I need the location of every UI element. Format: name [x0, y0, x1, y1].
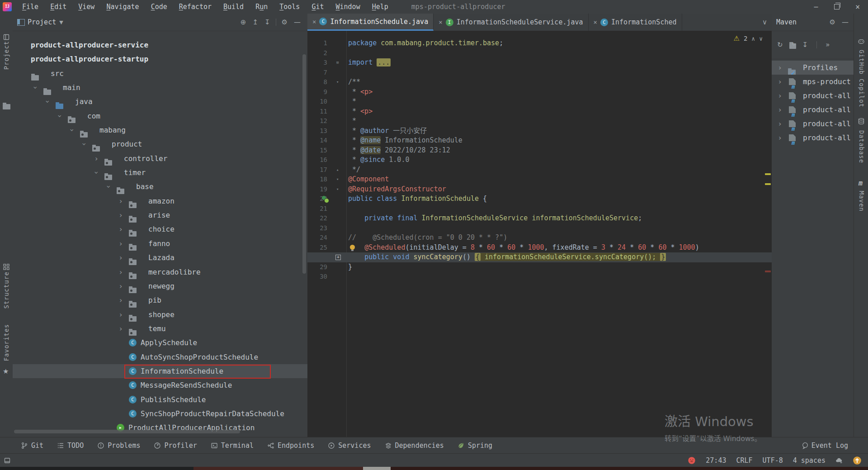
tree-item-product-allproducer-startup[interactable]: product-allproducer-startup	[13, 52, 307, 66]
menu-run[interactable]: Run	[250, 3, 274, 11]
code-line-17[interactable]: 17▴ */	[307, 165, 764, 175]
maven-item-product-all[interactable]: ›mproduct-all	[772, 117, 854, 131]
caret-position[interactable]: 27:43	[706, 456, 726, 465]
sidebar-item-structure[interactable]: Structure	[3, 271, 10, 309]
gear-icon[interactable]: ⚙	[278, 18, 291, 26]
chevron-down-icon[interactable]: ›	[89, 169, 103, 176]
tree-item-pib[interactable]: ›pib	[13, 293, 307, 307]
notification-icon[interactable]	[853, 456, 862, 465]
plugin-pig-icon[interactable]	[688, 456, 696, 465]
chevron-right-icon[interactable]: ›	[117, 322, 124, 336]
chevron-down-icon[interactable]: ▼	[56, 19, 66, 25]
toolwindow-button-todo[interactable]: TODO	[57, 442, 84, 450]
chevron-right-icon[interactable]: ›	[117, 293, 124, 307]
tree-item-choice[interactable]: ›choice	[13, 222, 307, 236]
warning-stripe-mark[interactable]	[765, 271, 771, 272]
code-lines[interactable]: 1package com.mabang.product.timer.base;2…	[307, 31, 764, 282]
code-line-25[interactable]: 25 @Scheduled(initialDelay = 8 * 60 * 60…	[307, 243, 764, 253]
menu-help[interactable]: Help	[366, 3, 394, 11]
next-warning-icon[interactable]: ∨	[759, 35, 763, 42]
tree-item-mabang[interactable]: ›mabang	[13, 123, 307, 137]
code-line[interactable]: + public void syncCategory() { informati…	[307, 252, 764, 262]
generate-sources-icon[interactable]: ↻	[789, 41, 796, 49]
hide-panel-icon[interactable]: —	[839, 18, 852, 26]
tree-item-newegg[interactable]: ›newegg	[13, 279, 307, 293]
menu-code[interactable]: Code	[145, 3, 173, 11]
chevron-down-icon[interactable]: ›	[65, 127, 79, 134]
menu-file[interactable]: File	[16, 3, 44, 11]
menu-git[interactable]: Git	[306, 3, 330, 11]
tree-item-arise[interactable]: ›arise	[13, 208, 307, 222]
code-line-1[interactable]: 1package com.mabang.product.timer.base;	[307, 38, 764, 48]
fold-marker-icon[interactable]: ▾	[336, 185, 339, 195]
chevron-right-icon[interactable]: ›	[117, 279, 124, 293]
menu-view[interactable]: View	[72, 3, 100, 11]
code-line-30[interactable]: 30	[307, 272, 764, 282]
code-line-18[interactable]: 18▾@Component	[307, 175, 764, 185]
chevron-right-icon[interactable]: ›	[776, 103, 783, 117]
code-line-16[interactable]: 16 * @since 1.0.0	[307, 155, 764, 165]
chevron-right-icon[interactable]: ›	[117, 208, 124, 222]
code-line-12[interactable]: 12 *	[307, 116, 764, 126]
menu-tools[interactable]: Tools	[274, 3, 306, 11]
maven-item-product-all[interactable]: ›mproduct-all	[772, 89, 854, 103]
chevron-down-icon[interactable]: ›	[101, 183, 115, 190]
project-tool-icon[interactable]	[3, 33, 10, 41]
chevron-right-icon[interactable]: ›	[776, 89, 783, 103]
maven-item-product-all[interactable]: ›mproduct-all	[772, 103, 854, 117]
sidebar-item-favorites[interactable]: Favorites	[3, 324, 10, 361]
collapse-all-icon[interactable]: ↧	[261, 18, 274, 26]
editor-tab-informationsched[interactable]: ×CInformationSched	[589, 14, 682, 31]
restore-button[interactable]	[826, 0, 847, 14]
database-icon[interactable]	[858, 117, 865, 125]
tree-item-publishschedule[interactable]: CPublishSchedule	[13, 393, 307, 407]
chevron-right-icon[interactable]: ›	[776, 117, 783, 131]
sidebar-item-github-copilot[interactable]: GitHub Copilot	[858, 50, 865, 108]
code-line-14[interactable]: 14 * @name InformationSchedule	[307, 136, 764, 146]
tree-item-amazon[interactable]: ›amazon	[13, 194, 307, 208]
minimize-button[interactable]: —	[806, 0, 826, 14]
maven-stripe-icon[interactable]: m	[859, 179, 863, 187]
code-line-15[interactable]: 15 * @date 2022/10/28 23:12	[307, 146, 764, 156]
editor-tab-informationschedule-java[interactable]: ×CInformationSchedule.java	[307, 14, 434, 31]
fold-marker-icon[interactable]: ▴	[336, 165, 339, 175]
chevron-right-icon[interactable]: ›	[117, 194, 124, 208]
structure-tool-icon[interactable]	[3, 262, 10, 271]
chevron-right-icon[interactable]: ›	[776, 75, 783, 89]
tree-item-messageresendschedule[interactable]: CMessageReSendSchedule	[13, 378, 307, 392]
file-encoding[interactable]: UTF-8	[763, 456, 783, 465]
tree-item-syncshopproductrepairdataschedule[interactable]: CSyncShopProductRepairDataSchedule	[13, 407, 307, 421]
locate-file-icon[interactable]: ⊕	[237, 18, 250, 26]
code-line-11[interactable]: 11 * <p>	[307, 107, 764, 117]
chevron-right-icon[interactable]: ›	[93, 152, 100, 166]
chevron-right-icon[interactable]: ›	[117, 222, 124, 236]
code-line-20[interactable]: 20public class InformationSchedule {	[307, 194, 764, 204]
code-line-21[interactable]: 21	[307, 204, 764, 214]
tree-item-autosyncshopproductschedule[interactable]: CAutoSyncShopProductSchedule	[13, 350, 307, 364]
code-line-10[interactable]: 10 *	[307, 97, 764, 107]
menu-window[interactable]: Window	[330, 3, 366, 11]
toolwindow-button-profiler[interactable]: Profiler	[154, 442, 197, 450]
close-tab-icon[interactable]: ×	[439, 19, 442, 26]
menu-build[interactable]: Build	[217, 3, 250, 11]
help-cloud-icon[interactable]: ?	[835, 456, 843, 465]
code-line-13[interactable]: 13 * @author 一只小安仔	[307, 126, 764, 136]
chevron-down-icon[interactable]: ›	[28, 84, 42, 91]
tree-item-applyschedule[interactable]: CApplySchedule	[13, 336, 307, 350]
tree-item-lazada[interactable]: ›Lazada	[13, 251, 307, 265]
code-line-2[interactable]: 2	[307, 48, 764, 58]
tree-item-temu[interactable]: ›temu	[13, 322, 307, 336]
code-line-19[interactable]: 19▾@RequiredArgsConstructor	[307, 185, 764, 195]
tree-item-product[interactable]: ›product	[13, 137, 307, 151]
tree-item-base[interactable]: ›base	[13, 180, 307, 194]
star-icon[interactable]: ★	[3, 367, 9, 375]
tree-item-com[interactable]: ›com	[13, 109, 307, 123]
toolwindow-button-spring[interactable]: Spring	[458, 442, 492, 450]
menu-edit[interactable]: Edit	[44, 3, 72, 11]
warning-stripe-mark[interactable]	[765, 183, 771, 185]
sidebar-item-project[interactable]: Project	[3, 41, 10, 70]
editor-body[interactable]: ⚠ 2 ∧ ∨ 1package com.mabang.product.time…	[307, 31, 772, 437]
code-line-8[interactable]: 8▾/**	[307, 77, 764, 87]
chevron-right-icon[interactable]: ›	[117, 237, 124, 251]
prev-warning-icon[interactable]: ∧	[751, 35, 755, 42]
